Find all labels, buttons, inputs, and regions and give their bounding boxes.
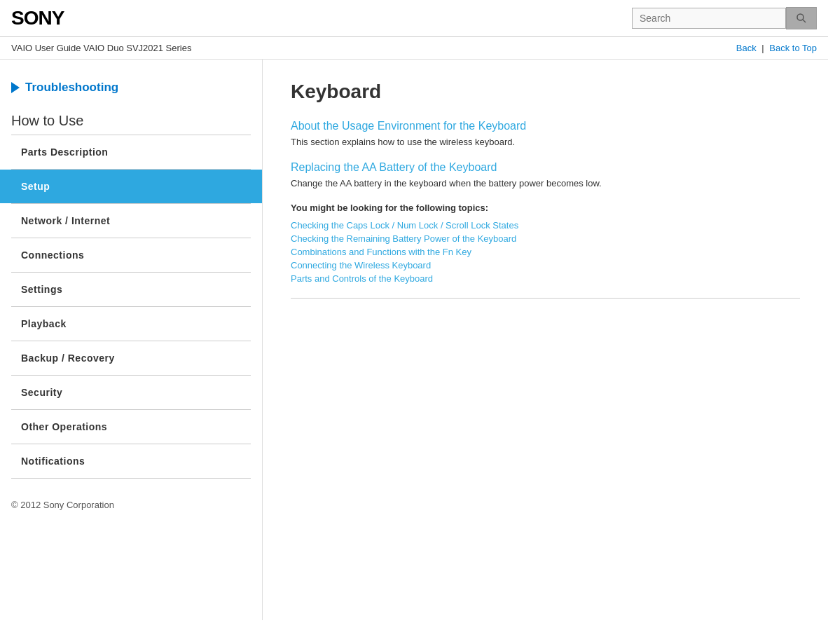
section-desc-1: This section explains how to use the wir… [291,137,800,147]
how-to-use-label: How to Use [0,106,262,135]
sidebar-item-other-operations[interactable]: Other Operations [0,410,262,444]
section-desc-2: Change the AA battery in the keyboard wh… [291,178,800,189]
main-layout: Troubleshooting How to Use Parts Descrip… [0,60,828,620]
back-to-top-link[interactable]: Back to Top [769,43,817,53]
search-button[interactable] [786,7,817,29]
header: SONY [0,0,828,37]
topic-link-4[interactable]: Connecting the Wireless Keyboard [291,260,800,270]
copyright: © 2012 Sony Corporation [0,479,262,521]
troubleshooting-arrow-icon [11,82,20,93]
troubleshooting-label: Troubleshooting [25,81,118,95]
section-title-1[interactable]: About the Usage Environment for the Keyb… [291,120,800,132]
sidebar-item-playback[interactable]: Playback [0,307,262,341]
back-link[interactable]: Back [736,43,757,53]
sidebar-item-connections[interactable]: Connections [0,238,262,272]
search-icon [796,13,807,24]
search-input[interactable] [632,8,786,29]
nav-links: Back | Back to Top [736,43,817,53]
sidebar-item-notifications[interactable]: Notifications [0,444,262,478]
section-title-2[interactable]: Replacing the AA Battery of the Keyboard [291,161,800,174]
sidebar: Troubleshooting How to Use Parts Descrip… [0,60,263,620]
content-area: Keyboard About the Usage Environment for… [263,60,828,620]
nav-separator: | [761,43,764,53]
sidebar-item-parts-description[interactable]: Parts Description [0,135,262,169]
breadcrumb-bar: VAIO User Guide VAIO Duo SVJ2021 Series … [0,37,828,60]
topic-link-2[interactable]: Checking the Remaining Battery Power of … [291,233,800,244]
sidebar-item-network-internet[interactable]: Network / Internet [0,204,262,238]
topic-link-3[interactable]: Combinations and Functions with the Fn K… [291,247,800,257]
sony-logo: SONY [11,7,64,29]
page-title: Keyboard [291,81,800,103]
sidebar-item-security[interactable]: Security [0,376,262,409]
topic-link-1[interactable]: Checking the Caps Lock / Num Lock / Scro… [291,220,800,231]
topic-link-5[interactable]: Parts and Controls of the Keyboard [291,273,800,284]
sidebar-item-backup-recovery[interactable]: Backup / Recovery [0,341,262,375]
topics-heading: You might be looking for the following t… [291,203,800,213]
troubleshooting-section[interactable]: Troubleshooting [0,74,262,106]
sidebar-item-settings[interactable]: Settings [0,273,262,306]
search-area [632,7,817,29]
content-divider [291,298,800,299]
svg-point-0 [797,14,803,20]
sidebar-item-setup[interactable]: Setup [0,170,262,203]
svg-line-1 [803,20,806,22]
guide-label: VAIO User Guide VAIO Duo SVJ2021 Series [11,43,191,53]
